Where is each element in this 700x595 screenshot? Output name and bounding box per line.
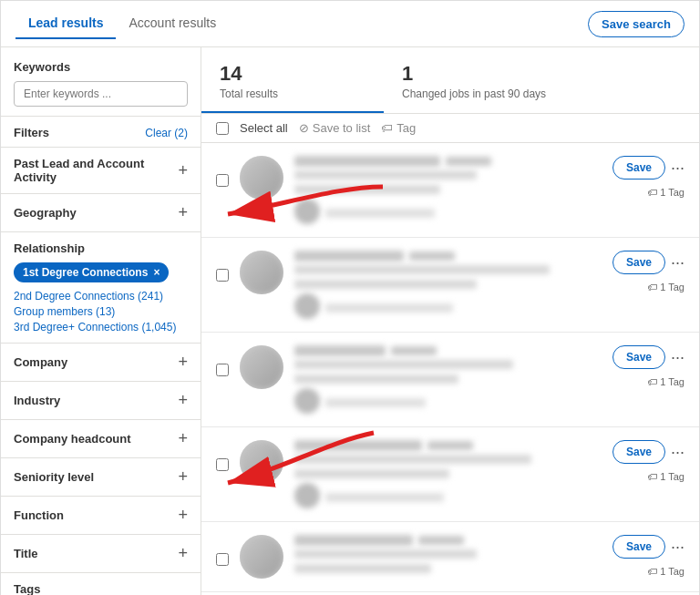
result-2-location xyxy=(325,303,453,313)
result-3-name-text xyxy=(294,345,386,356)
content-area: 14 Total results 1 Changed jobs in past … xyxy=(201,47,699,595)
filter-headcount-label: Company headcount xyxy=(14,432,131,446)
result-2-company xyxy=(294,280,477,289)
result-2-save-button[interactable]: Save xyxy=(612,251,665,274)
result-3-badge xyxy=(391,346,437,355)
result-1-info xyxy=(294,156,612,224)
result-5-checkbox-container xyxy=(216,553,229,569)
result-5-checkbox[interactable] xyxy=(216,553,229,566)
result-5-info xyxy=(294,535,612,573)
result-5-badge xyxy=(418,536,464,545)
keywords-label: Keywords xyxy=(14,60,188,74)
stats-bar: 14 Total results 1 Changed jobs in past … xyxy=(201,47,699,114)
relationship-section: Relationship 1st Degree Connections × 2n… xyxy=(1,231,201,343)
second-degree-option[interactable]: 2nd Degree Connections (241) xyxy=(14,290,188,303)
result-2-actions: Save ··· 🏷 1 Tag xyxy=(612,251,685,292)
filter-headcount[interactable]: Company headcount + xyxy=(1,419,201,457)
result-3-title xyxy=(294,360,513,369)
group-members-option[interactable]: Group members (13) xyxy=(14,305,188,318)
result-3-save-button[interactable]: Save xyxy=(612,345,665,369)
result-4-title xyxy=(294,455,531,464)
result-4-tag: 🏷 1 Tag xyxy=(647,471,685,482)
filter-company[interactable]: Company + xyxy=(1,343,201,381)
result-2-tag: 🏷 1 Tag xyxy=(647,282,685,292)
result-4-save-button[interactable]: Save xyxy=(612,440,665,464)
result-5-more-button[interactable]: ··· xyxy=(671,539,685,555)
result-1-title xyxy=(294,170,477,180)
table-row: Save ··· 🏷 1 Tag xyxy=(201,333,699,427)
filter-geography[interactable]: Geography + xyxy=(1,193,201,231)
stat-total[interactable]: 14 Total results xyxy=(201,47,384,113)
stat-changed-jobs[interactable]: 1 Changed jobs in past 90 days xyxy=(384,47,566,113)
result-3-actions: Save ··· 🏷 1 Tag xyxy=(612,345,685,387)
result-5-save-button[interactable]: Save xyxy=(612,535,665,559)
first-degree-label: 1st Degree Connections xyxy=(23,266,148,279)
result-1-badge xyxy=(446,157,491,166)
result-2-avatar xyxy=(240,251,283,294)
tab-account-results[interactable]: Account results xyxy=(116,8,229,39)
result-4-info xyxy=(294,440,612,508)
result-4-tag-icon: 🏷 xyxy=(647,471,657,482)
result-5-company xyxy=(294,564,431,573)
filter-headcount-expand-icon: + xyxy=(178,429,188,448)
result-3-company xyxy=(294,374,458,384)
result-2-name-text xyxy=(294,251,404,262)
result-1-sub-avatar xyxy=(294,199,320,224)
select-all-label[interactable]: Select all xyxy=(240,121,288,135)
filter-industry[interactable]: Industry + xyxy=(1,381,201,419)
filters-header: Filters Clear (2) xyxy=(1,117,201,147)
result-1-save-button[interactable]: Save xyxy=(612,156,665,180)
save-to-list-button[interactable]: ⊘ Save to list xyxy=(299,121,371,135)
result-2-checkbox[interactable] xyxy=(216,269,229,282)
save-to-list-icon: ⊘ xyxy=(299,121,309,135)
result-5-tag-icon: 🏷 xyxy=(647,566,657,577)
result-4-badge xyxy=(427,441,473,450)
filter-past-lead-label: Past Lead and Account Activity xyxy=(14,157,178,184)
result-3-more-button[interactable]: ··· xyxy=(671,349,685,365)
tags-section: Tags Invited - Pending × + xyxy=(1,572,201,595)
save-search-button[interactable]: Save search xyxy=(588,11,685,37)
result-1-avatar xyxy=(240,156,283,200)
result-1-name-text xyxy=(294,156,440,167)
select-all-checkbox[interactable] xyxy=(216,122,229,135)
result-4-company xyxy=(294,469,449,478)
filter-title[interactable]: Title + xyxy=(1,534,201,572)
filters-label: Filters xyxy=(14,126,49,139)
result-1-checkbox[interactable] xyxy=(216,174,229,187)
keywords-input[interactable] xyxy=(14,81,188,107)
result-3-location xyxy=(325,398,426,407)
keywords-section: Keywords xyxy=(1,47,201,117)
result-4-checkbox[interactable] xyxy=(216,458,229,471)
table-row: Save ··· 🏷 1 Tag xyxy=(201,427,699,522)
filter-function[interactable]: Function + xyxy=(1,496,201,534)
tab-lead-results[interactable]: Lead results xyxy=(15,8,116,39)
result-5-avatar xyxy=(240,535,283,579)
tag-icon: 🏷 xyxy=(381,121,393,135)
results-toolbar: Select all ⊘ Save to list 🏷 Tag xyxy=(201,114,699,143)
third-degree-option[interactable]: 3rd Degree+ Connections (1,045) xyxy=(14,321,188,333)
save-to-list-label: Save to list xyxy=(313,121,371,135)
first-degree-badge[interactable]: 1st Degree Connections × xyxy=(14,262,169,282)
result-1-more-button[interactable]: ··· xyxy=(671,159,685,176)
result-5-tag: 🏷 1 Tag xyxy=(647,566,685,577)
result-3-tag-icon: 🏷 xyxy=(647,376,657,387)
clear-filters-button[interactable]: Clear (2) xyxy=(145,127,188,139)
result-3-checkbox-container xyxy=(216,364,229,379)
filter-past-lead[interactable]: Past Lead and Account Activity + xyxy=(1,147,201,193)
table-row: Save ··· 🏷 1 Tag xyxy=(201,522,699,592)
result-4-more-button[interactable]: ··· xyxy=(671,444,685,460)
result-5-name-text xyxy=(294,535,413,546)
result-2-more-button[interactable]: ··· xyxy=(671,254,685,271)
result-2-tag-icon: 🏷 xyxy=(647,282,657,292)
result-3-tag: 🏷 1 Tag xyxy=(647,376,685,387)
result-2-name xyxy=(294,251,612,262)
result-4-sub-avatar xyxy=(294,483,320,508)
result-3-checkbox[interactable] xyxy=(216,364,229,376)
filter-seniority[interactable]: Seniority level + xyxy=(1,457,201,496)
filter-seniority-expand-icon: + xyxy=(178,467,188,487)
filter-function-expand-icon: + xyxy=(178,506,188,525)
first-degree-remove-icon[interactable]: × xyxy=(153,266,160,279)
result-3-sub-avatar xyxy=(294,388,320,414)
result-3-info xyxy=(294,345,612,414)
tag-button[interactable]: 🏷 Tag xyxy=(381,121,416,135)
